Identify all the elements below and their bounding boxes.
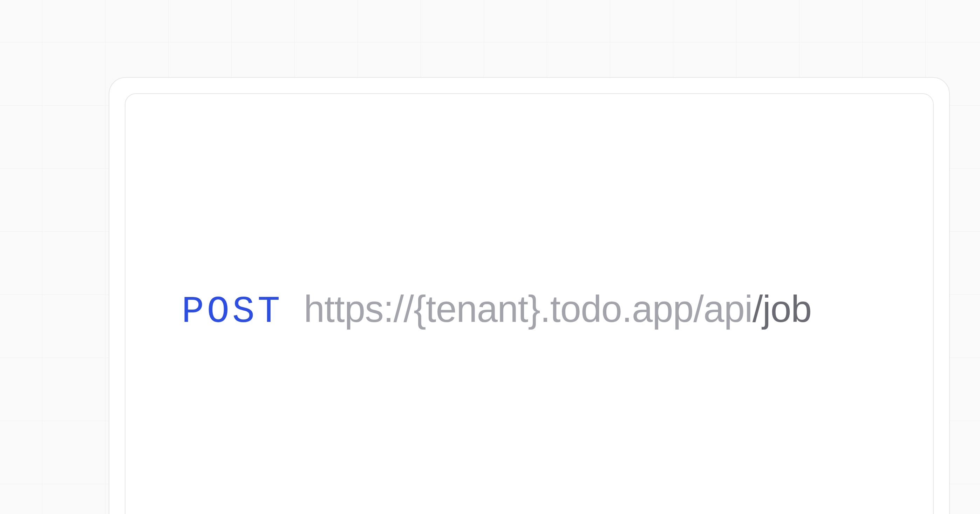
inner-card: POST https://{tenant}.todo.app/api/job [125,93,934,514]
endpoint-url-base: https://{tenant}.todo.app/api [304,288,752,330]
endpoint-url-path: /job [752,288,812,330]
api-endpoint-line: POST https://{tenant}.todo.app/api/job [181,290,811,331]
outer-card: POST https://{tenant}.todo.app/api/job [109,77,950,514]
endpoint-url: https://{tenant}.todo.app/api/job [304,290,811,328]
http-method-badge: POST [181,293,283,331]
